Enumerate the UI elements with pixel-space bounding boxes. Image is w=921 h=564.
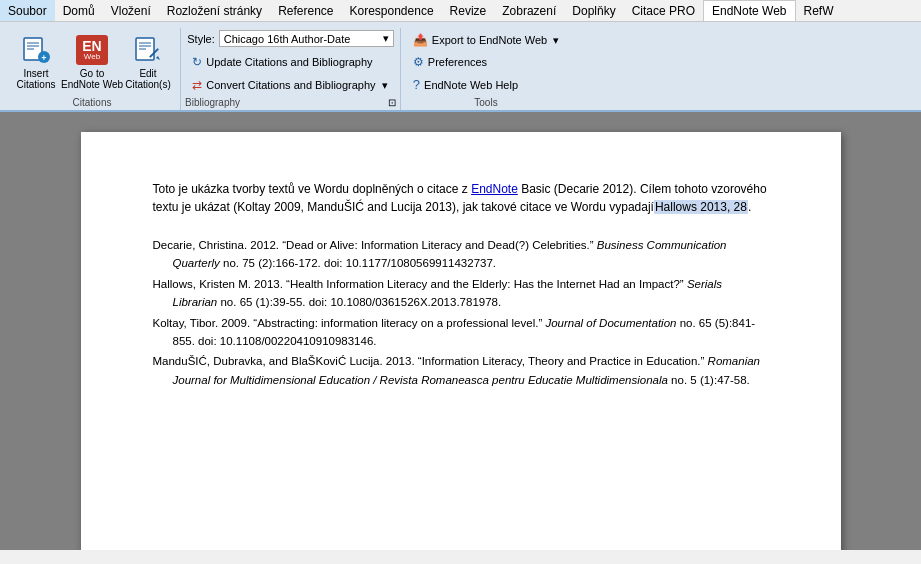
help-label: EndNote Web Help: [424, 79, 518, 91]
document-area: Toto je ukázka tvorby textů ve Wordu dop…: [0, 112, 921, 550]
bib-rest: no. 65 (1):39-55. doi: 10.1080/0361526X.…: [220, 296, 501, 308]
menu-rozlozeni[interactable]: Rozložení stránky: [159, 0, 270, 21]
menu-endnote-web[interactable]: EndNote Web: [703, 0, 796, 21]
document-page: Toto je ukázka tvorby textů ve Wordu dop…: [81, 132, 841, 550]
menu-reference[interactable]: Reference: [270, 0, 341, 21]
bib-title: “Information Literacy, Theory and Practi…: [418, 355, 708, 367]
ribbon: + Insert Citations EN Web Go to EndNote …: [0, 22, 921, 112]
bib-author: Koltay, Tibor. 2009.: [153, 317, 254, 329]
menu-doplnky[interactable]: Doplňky: [564, 0, 623, 21]
bib-title: “Health Information Literacy and the Eld…: [286, 278, 687, 290]
dropdown-arrow: ▾: [383, 32, 389, 45]
edit-citation-button[interactable]: Edit Citation(s): [122, 30, 174, 94]
bib-rest: no. 5 (1):47-58.: [671, 374, 750, 386]
update-citations-label: Update Citations and Bibliography: [206, 56, 372, 68]
preferences-button[interactable]: ⚙ Preferences: [408, 52, 564, 72]
bib-rest: no. 75 (2):166-172. doi: 10.1177/1080569…: [223, 257, 496, 269]
bib-title: “Abstracting: information literacy on a …: [253, 317, 545, 329]
ribbon-group-bibliography: Style: Chicago 16th Author-Date ▾ ↻ Upda…: [181, 28, 401, 110]
bib-author: ManduŠIĆ, Dubravka, and BlaŠKoviĆ Lucija…: [153, 355, 418, 367]
ribbon-group-tools: 📤 Export to EndNote Web ▾ ⚙ Preferences …: [401, 28, 571, 110]
highlighted-citation: Hallows 2013, 28: [654, 200, 748, 214]
menu-citace-pro[interactable]: Citace PRO: [624, 0, 703, 21]
export-arrow: ▾: [553, 34, 559, 47]
edit-citation-label: Edit Citation(s): [125, 68, 171, 90]
bib-journal: Journal of Documentation: [545, 317, 676, 329]
menu-revize[interactable]: Revize: [442, 0, 495, 21]
bibliography-expand-icon[interactable]: ⊡: [388, 97, 396, 108]
ribbon-content: + Insert Citations EN Web Go to EndNote …: [0, 22, 921, 110]
go-to-endnote-web-button[interactable]: EN Web Go to EndNote Web: [66, 30, 118, 94]
export-icon: 📤: [413, 33, 428, 47]
convert-arrow: ▾: [382, 79, 388, 92]
endnote-web-icon: EN Web: [76, 34, 108, 66]
citations-group-label: Citations: [4, 97, 180, 108]
svg-text:+: +: [41, 53, 46, 63]
convert-citations-label: Convert Citations and Bibliography: [206, 79, 375, 91]
bibliography-group-label: Bibliography: [185, 97, 240, 108]
style-value: Chicago 16th Author-Date: [224, 33, 351, 45]
endnote-link[interactable]: EndNote: [471, 182, 518, 196]
style-label: Style:: [187, 33, 215, 45]
preferences-icon: ⚙: [413, 55, 424, 69]
style-row: Style: Chicago 16th Author-Date ▾: [187, 30, 394, 47]
menu-domu[interactable]: Domů: [55, 0, 103, 21]
go-to-endnote-web-label: Go to EndNote Web: [61, 68, 123, 90]
bib-entry-hallows: Hallows, Kristen M. 2013. “Health Inform…: [153, 275, 769, 312]
style-dropdown[interactable]: Chicago 16th Author-Date ▾: [219, 30, 394, 47]
bib-entry-decarie: Decarie, Christina. 2012. “Dead or Alive…: [153, 236, 769, 273]
export-label: Export to EndNote Web: [432, 34, 547, 46]
bib-title: “Dead or Alive: Information Literacy and…: [282, 239, 596, 251]
help-icon: ?: [413, 77, 420, 92]
bib-entry-mandusic: ManduŠIĆ, Dubravka, and BlaŠKoviĆ Lucija…: [153, 352, 769, 389]
menu-vlozeni[interactable]: Vložení: [103, 0, 159, 21]
menu-bar: Soubor Domů Vložení Rozložení stránky Re…: [0, 0, 921, 22]
insert-citations-label: Insert Citations: [17, 68, 56, 90]
preferences-label: Preferences: [428, 56, 487, 68]
insert-citations-icon: +: [20, 34, 52, 66]
convert-citations-button[interactable]: ⇄ Convert Citations and Bibliography ▾: [187, 75, 394, 95]
bib-entry-koltay: Koltay, Tibor. 2009. “Abstracting: infor…: [153, 314, 769, 351]
update-citations-button[interactable]: ↻ Update Citations and Bibliography: [187, 52, 394, 72]
body-text-end: .: [748, 200, 751, 214]
tools-group-label: Tools: [401, 97, 571, 108]
update-icon: ↻: [192, 55, 202, 69]
edit-citation-icon: [132, 34, 164, 66]
svg-marker-11: [156, 56, 160, 60]
menu-soubor[interactable]: Soubor: [0, 0, 55, 21]
body-paragraph: Toto je ukázka tvorby textů ve Wordu dop…: [153, 180, 769, 216]
bibliography-section: Decarie, Christina. 2012. “Dead or Alive…: [153, 236, 769, 389]
bib-author: Decarie, Christina. 2012.: [153, 239, 283, 251]
export-endnote-web-button[interactable]: 📤 Export to EndNote Web ▾: [408, 30, 564, 50]
convert-icon: ⇄: [192, 78, 202, 92]
insert-citations-button[interactable]: + Insert Citations: [10, 30, 62, 94]
bib-author: Hallows, Kristen M. 2013.: [153, 278, 287, 290]
menu-refw[interactable]: RefW: [796, 0, 842, 21]
endnote-web-help-button[interactable]: ? EndNote Web Help: [408, 74, 564, 95]
menu-zobrazeni[interactable]: Zobrazení: [494, 0, 564, 21]
ribbon-group-citations: + Insert Citations EN Web Go to EndNote …: [4, 28, 181, 110]
menu-korespondence[interactable]: Korespondence: [342, 0, 442, 21]
